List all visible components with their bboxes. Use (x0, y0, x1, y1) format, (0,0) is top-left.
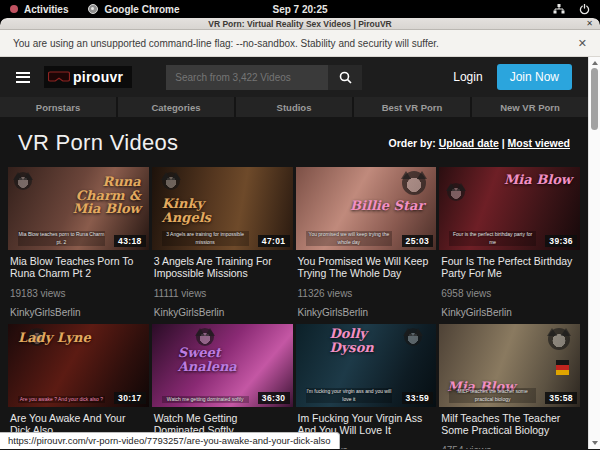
site-logo[interactable]: pirouvr (44, 66, 132, 88)
duration-badge: 30:17 (114, 392, 146, 404)
window-close-button[interactable]: ✕ (586, 18, 593, 30)
vr-goggles-icon (48, 71, 70, 84)
thumbnail-overlay-title: Sweet Analena (178, 346, 260, 373)
thumbnail-caption: Mia Blow teaches porn to Runa Charm pt. … (18, 231, 105, 246)
scroll-down-arrow-icon[interactable] (592, 441, 598, 445)
browser-window: VR Porn: Virtual Reality Sex Videos | Pi… (0, 18, 600, 450)
video-card[interactable]: Sweet Analena Watch me getting dominated… (152, 324, 293, 449)
video-grid: Runa Charm & Mia Blow Mia Blow teaches p… (0, 167, 588, 449)
nav-item-categories[interactable]: Categories (118, 97, 234, 117)
video-views: 19183 views (10, 288, 147, 299)
video-thumbnail[interactable]: Runa Charm & Mia Blow Mia Blow teaches p… (8, 167, 149, 250)
video-card[interactable]: Dolly Dyson I'm fucking your virgin ass … (296, 324, 437, 449)
thumbnail-overlay-title: Mia Blow (504, 173, 572, 187)
app-menu-label: Google Chrome (104, 4, 179, 15)
studio-watermark-icon (548, 328, 570, 350)
video-title-link[interactable]: Mia Blow Teaches Porn To Runa Charm Pt 2 (10, 255, 147, 280)
power-icon[interactable] (579, 4, 590, 15)
system-top-bar: Activities Google Chrome Sep 7 20:25 (0, 0, 600, 18)
scroll-up-arrow-icon[interactable] (592, 61, 598, 65)
studio-link[interactable]: KinkyGirlsBerlin (298, 307, 435, 318)
chrome-icon (88, 4, 98, 14)
studio-watermark-icon (162, 172, 180, 190)
network-icon[interactable] (553, 4, 565, 14)
warning-close-button[interactable]: ✕ (578, 37, 587, 50)
window-title-bar[interactable]: VR Porn: Virtual Reality Sex Videos | Pi… (0, 18, 600, 30)
duration-badge: 36:30 (258, 392, 290, 404)
duration-badge: 35:58 (545, 392, 577, 404)
nav-item-new-vr-porn[interactable]: New VR Porn (472, 97, 588, 117)
thumbnail-overlay-title: Kinky Angels (162, 197, 244, 224)
vertical-scrollbar[interactable] (588, 57, 600, 449)
chrome-warning-bar: You are using an unsupported command-lin… (0, 30, 600, 57)
video-card[interactable]: Runa Charm & Mia Blow Mia Blow teaches p… (8, 167, 149, 324)
nav-item-pornstars[interactable]: Pornstars (0, 97, 116, 117)
video-title-link[interactable]: 3 Angels Are Training For Impossible Mis… (154, 255, 291, 280)
clock[interactable]: Sep 7 20:25 (272, 4, 327, 15)
video-thumbnail[interactable]: Mia Blow MILF teaches the teacher some p… (439, 324, 580, 407)
video-thumbnail[interactable]: Mia Blow Four is the perfect birthday pa… (439, 167, 580, 250)
join-now-button[interactable]: Join Now (497, 64, 572, 90)
video-title-link[interactable]: Four Is The Perfect Birthday Party For M… (441, 255, 578, 280)
video-views: 6958 views (441, 288, 578, 299)
video-title-link[interactable]: Milf Teaches The Teacher Some Practical … (441, 412, 578, 437)
thumbnail-caption: Are you awake ? And your dick also ? (18, 396, 105, 404)
thumbnail-caption: Watch me getting dominated softly (162, 396, 249, 404)
duration-badge: 25:03 (402, 235, 434, 247)
thumbnail-overlay-title: Runa Charm & Mia Blow (59, 175, 141, 216)
thumbnail-caption: 3 Angels are training for impossible mis… (162, 231, 249, 246)
duration-badge: 43:18 (114, 235, 146, 247)
logo-text: pirouvr (73, 69, 123, 85)
duration-badge: 33:59 (402, 392, 434, 404)
thumbnail-caption: Four is the perfect birthday party for m… (449, 231, 536, 246)
app-menu-button[interactable]: Google Chrome (88, 4, 179, 15)
login-link[interactable]: Login (453, 70, 482, 84)
recording-indicator-icon (10, 5, 18, 13)
search-icon (339, 71, 352, 84)
nav-item-studios[interactable]: Studios (236, 97, 352, 117)
search-button[interactable] (328, 65, 362, 90)
studio-link[interactable]: KinkyGirlsBerlin (441, 307, 578, 318)
studio-link[interactable]: KinkyGirlsBerlin (154, 307, 291, 318)
video-views: 11111 views (154, 288, 291, 299)
video-card[interactable]: Mia Blow Four is the perfect birthday pa… (439, 167, 580, 324)
order-separator: | (502, 137, 505, 149)
order-by-label: Order by: (388, 137, 435, 149)
studio-link[interactable]: KinkyGirlsBerlin (10, 307, 147, 318)
studio-watermark-icon (447, 183, 465, 201)
order-link-most-viewed[interactable]: Most viewed (508, 137, 570, 149)
menu-icon[interactable] (16, 72, 30, 83)
video-thumbnail[interactable]: Billie Star You promised we will keep tr… (296, 167, 437, 250)
video-card[interactable]: Lady Lyne Are you awake ? And your dick … (8, 324, 149, 449)
thumbnail-caption: MILF teaches the teacher some practical … (449, 388, 536, 403)
video-thumbnail[interactable]: Kinky Angels 3 Angels are training for i… (152, 167, 293, 250)
warning-text: You are using an unsupported command-lin… (13, 38, 439, 49)
video-title-link[interactable]: You Promised We Will Keep Trying The Who… (298, 255, 435, 280)
site-header: pirouvr Login Join Now (0, 57, 588, 97)
activities-button[interactable]: Activities (10, 4, 68, 15)
page-viewport: pirouvr Login Join Now Pornstars (0, 57, 600, 449)
duration-badge: 47:01 (258, 235, 290, 247)
main-nav: Pornstars Categories Studios Best VR Por… (0, 97, 588, 117)
video-thumbnail[interactable]: Lady Lyne Are you awake ? And your dick … (8, 324, 149, 407)
page-title: VR Porn Videos (18, 130, 178, 156)
scrollbar-thumb[interactable] (591, 68, 598, 130)
video-thumbnail[interactable]: Dolly Dyson I'm fucking your virgin ass … (296, 324, 437, 407)
video-card[interactable]: Kinky Angels 3 Angels are training for i… (152, 167, 293, 324)
video-views: 11326 views (298, 288, 435, 299)
video-card[interactable]: Mia Blow MILF teaches the teacher some p… (439, 324, 580, 449)
thumbnail-overlay-title: Billie Star (350, 199, 424, 213)
video-thumbnail[interactable]: Sweet Analena Watch me getting dominated… (152, 324, 293, 407)
thumbnail-overlay-title: Dolly Dyson (330, 327, 412, 354)
window-title: VR Porn: Virtual Reality Sex Videos | Pi… (208, 19, 391, 29)
nav-item-best-vr-porn[interactable]: Best VR Porn (354, 97, 470, 117)
search-input[interactable] (166, 65, 328, 90)
thumbnail-caption: I'm fucking your virgin ass and you will… (306, 388, 393, 403)
status-bar-url: https://pirouvr.com/vr-porn-video/779325… (0, 432, 340, 449)
order-by: Order by: Upload date | Most viewed (388, 137, 570, 149)
thumbnail-overlay-title: Lady Lyne (18, 331, 91, 345)
video-card[interactable]: Billie Star You promised we will keep tr… (296, 167, 437, 324)
studio-watermark-icon (14, 172, 32, 190)
order-link-upload-date[interactable]: Upload date (439, 137, 499, 149)
studio-watermark-icon (196, 328, 214, 346)
